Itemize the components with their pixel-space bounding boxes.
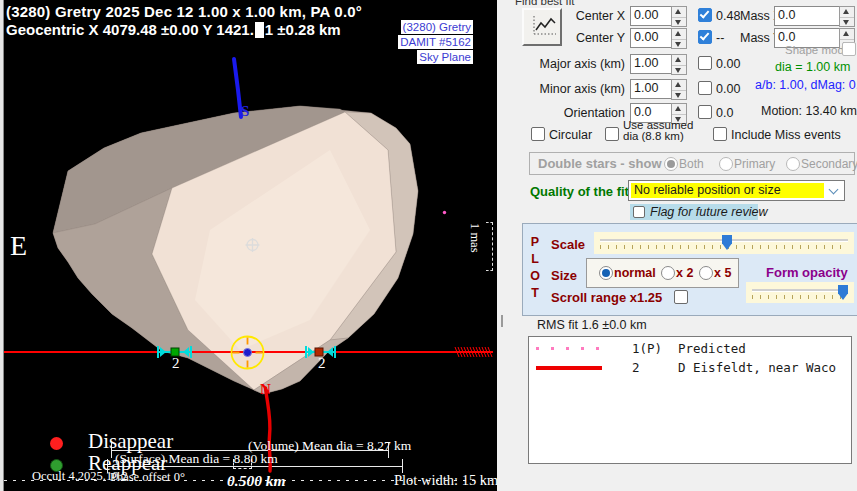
center-x-spinner[interactable] [671,6,687,27]
size-normal-radio[interactable] [599,266,613,280]
double-stars-both-radio[interactable] [664,157,678,171]
surface-dim-tick-right [402,459,403,473]
center-x-checkbox[interactable] [698,8,712,22]
center-x-label: Center X [535,9,625,23]
scroll-range-checkbox[interactable] [674,290,688,304]
major-axis-input[interactable]: 1.00 [630,54,673,74]
center-y-label: Center Y [535,31,625,45]
east-label: E [10,230,27,262]
observation-name: D Eisfeldt, near Waco [678,360,836,375]
mas-scale-label: 1 mas [467,223,482,253]
size-normal-label: normal [614,266,656,280]
major-axis-spinner[interactable] [671,54,687,75]
flag-review-label: Flag for future review [650,205,767,219]
include-miss-checkbox[interactable] [713,127,727,141]
size-x2-radio[interactable] [661,266,675,280]
flag-review-checkbox[interactable] [633,206,645,218]
plot-canvas [0,0,497,491]
circular-label: Circular [549,128,592,142]
scale-bar-label: 0.500 km [227,472,286,490]
center-y-input[interactable]: 0.00 [630,28,673,48]
quality-label: Quality of the fit [530,184,629,199]
chord-number-right: 2 [318,355,326,372]
chord-number-left: 2 [172,355,180,372]
orientation-uncertainty: 0.0 [716,106,733,120]
size-radio-group: normal x 2 x 5 [586,258,739,288]
panel-divider-grip[interactable] [501,315,503,327]
include-miss-label: Include Miss events [731,128,841,142]
spin-axis-line [234,59,241,117]
scale-label: Scale [551,237,585,252]
rms-fit-label: RMS fit 1.6 ±0.0 km [537,318,647,332]
minor-axis-input[interactable]: 1.00 [630,79,673,99]
plot-width-label: Plot width: 15 km [394,472,497,489]
orientation-checkbox[interactable] [698,105,712,119]
center-y-spinner[interactable] [671,28,687,49]
observation-id: 2 [632,360,678,375]
mas-scale-bracket [486,222,493,271]
fit-control-panel: Find best fit Center X 0.00 0.48 Mass X … [497,0,857,491]
minor-axis-label: Minor axis (km) [535,82,625,96]
double-stars-both-label: Both [679,157,704,171]
major-axis-checkbox[interactable] [698,56,712,70]
orientation-label: Orientation [535,106,625,120]
find-best-fit-label: Find best fit [515,0,574,7]
field-star-dot [443,211,446,214]
plot-title: (3280) Gretry 2025 Dec 12 1.00 x 1.00 km… [6,3,362,20]
predicted-chord-swatch [536,347,602,350]
observation-row[interactable]: 2 D Eisfeldt, near Waco [529,360,851,375]
north-label: N [260,381,271,398]
double-stars-label: Double stars - show [538,156,662,171]
phase-offset: Phase offset 0° [110,470,185,485]
geocentric-text-b: 1 ±0.28 km [265,21,341,38]
circular-checkbox[interactable] [531,127,545,141]
plot-subtitle: Geocentric X 4079.48 ±0.00 Y 1421.1 ±0.2… [6,21,341,38]
south-label: S [241,103,249,120]
dropdown-chevron-icon[interactable] [826,182,843,199]
minor-axis-checkbox[interactable] [698,81,712,95]
center-x-input[interactable]: 0.00 [630,6,673,26]
asteroid-shape-model [53,106,418,394]
ab-dmag-readout: a/b: 1.00, dMag: 0.00 [755,78,857,92]
minor-axis-spinner[interactable] [671,79,687,100]
observed-chord-swatch [536,366,602,370]
observation-name: Predicted [678,341,746,356]
form-opacity-slider[interactable] [746,282,854,303]
target-reticle[interactable] [232,337,264,369]
plot-options-group: PLOT Scale Size normal x 2 x 5 Form opac… [522,223,857,316]
quality-dropdown[interactable]: No reliable position or size [628,180,845,201]
center-y-checkbox[interactable] [698,30,712,44]
object-info-box: (3280) Gretry DAMIT #5162 Sky Plane [395,20,473,65]
scale-slider[interactable] [594,232,854,254]
center-x-uncertainty: 0.48 [716,9,740,23]
size-x2-label: x 2 [676,266,693,280]
shape-model-checkbox[interactable] [842,42,856,56]
double-stars-primary-label: Primary [734,157,775,171]
mass-x-spinner[interactable] [839,6,855,27]
double-stars-secondary-label: Secondary [801,157,857,171]
size-label: Size [551,268,577,283]
observation-id: 1(P) [632,341,678,356]
form-opacity-label: Form opacity [766,265,848,280]
dia-readout: dia = 1.00 km [775,60,850,74]
double-stars-secondary-radio[interactable] [786,157,800,171]
motion-readout: Motion: 13.40 km/s [761,104,857,118]
major-axis-uncertainty: 0.00 [716,57,740,71]
use-assumed-dia-checkbox[interactable] [605,127,619,141]
window-left-border [0,0,4,491]
disappear-dot-icon [50,437,63,450]
double-stars-group: Double stars - show Both Primary Seconda… [529,152,855,175]
observations-listbox[interactable]: 1(P) Predicted 2 D Eisfeldt, near Waco [528,336,852,464]
use-assumed-dia-label: Use assumed dia (8.8 km) [623,120,693,142]
observation-row[interactable]: 1(P) Predicted [529,341,851,356]
geocentric-text-a: Geocentric X 4079.48 ±0.00 Y 1421. [6,21,254,38]
center-y-uncertainty: -- [716,31,724,45]
major-axis-label: Major axis (km) [535,57,625,71]
flag-review-row: Flag for future review [630,204,758,220]
surface-mean-dia: (Surface) Mean dia = 8.80 km [115,451,278,467]
plot-vertical-label: PLOT [528,235,542,299]
size-x5-radio[interactable] [699,266,713,280]
scroll-range-label: Scroll range x1.25 [551,290,662,305]
double-stars-primary-radio[interactable] [719,157,733,171]
mass-x-input[interactable]: 0.0 [774,6,841,26]
